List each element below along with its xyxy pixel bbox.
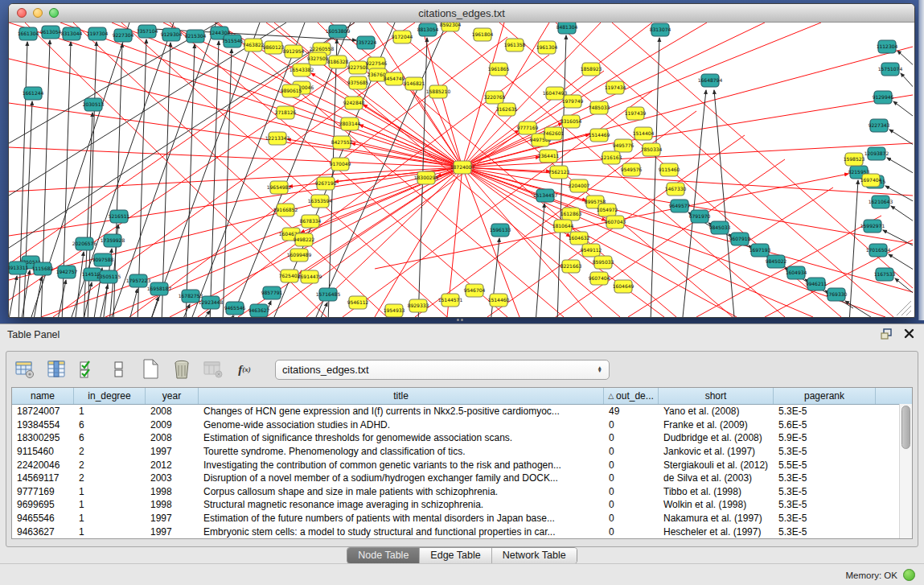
table-row[interactable]: 946554611997Estimation of the future num…: [12, 512, 912, 525]
table-row[interactable]: 977716911998Corpus callosum shape and si…: [12, 485, 912, 499]
new-table-icon[interactable]: [140, 359, 161, 380]
graph-node-label: 8481304: [556, 24, 578, 30]
graph-node-label: 9845022: [766, 258, 787, 264]
graph-node-label: 6791970: [689, 213, 711, 219]
graph-node-label: 1942757: [56, 269, 78, 274]
graph-node-label: 9115460: [659, 167, 680, 172]
graph-node-label: 8427552: [331, 139, 353, 145]
graph-node-label: 3913311: [9, 265, 29, 270]
table-cell: 1: [74, 486, 146, 497]
table-row[interactable]: 969969511998Structural magnetic resonanc…: [12, 498, 912, 512]
table-select-value: citations_edges.txt: [282, 364, 369, 376]
table-row[interactable]: 911546021997Tourette syndrome. Phenomeno…: [12, 445, 912, 459]
graph-node-label: 7357224: [355, 39, 377, 45]
table-row[interactable]: 1456911722003Disruption of a novel membe…: [12, 472, 912, 485]
tab-node-table[interactable]: Node Table: [347, 548, 419, 563]
close-window-button[interactable]: [17, 8, 27, 18]
network-canvas[interactable]: 1661304961305483130441197304922730473571…: [9, 23, 913, 317]
tab-edge-table[interactable]: Edge Table: [419, 548, 491, 563]
column-header-pagerank[interactable]: pagerank: [774, 388, 876, 404]
column-header-in_degree[interactable]: in_degree: [74, 388, 146, 404]
delete-table-icon[interactable]: [171, 359, 192, 380]
graph-node-label: 2030513: [83, 101, 105, 107]
scrollbar-thumb[interactable]: [901, 406, 910, 449]
graph-node-label: 7357104: [137, 28, 158, 34]
graph-node-label: 1961358: [504, 42, 526, 47]
window-titlebar[interactable]: citations_edges.txt: [9, 4, 914, 23]
column-header-label: title: [393, 390, 409, 402]
graph-node-label: 9129946: [873, 94, 894, 100]
graph-node-label: 8313044: [61, 31, 83, 36]
graph-node-label: 9613054: [40, 29, 62, 35]
resize-grip[interactable]: [897, 301, 911, 315]
table-cell: 9463627: [12, 526, 74, 538]
graph-node-label: 2803144: [339, 121, 361, 126]
graph-node-label: 1197439: [625, 110, 647, 116]
delete-column-icon: [203, 359, 224, 380]
zoom-window-button[interactable]: [49, 8, 59, 18]
graph-node-label: 8454749: [384, 76, 405, 81]
table-cell: 0: [604, 499, 659, 510]
table-cell: Tibbo et al. (1998): [659, 486, 774, 497]
graph-node-label: 15134457: [533, 192, 558, 198]
graph-node-label: 9607404: [589, 275, 610, 281]
network-window: citations_edges.txt 16613049613054831304…: [8, 3, 915, 318]
table-cell: Franke et al. (2009): [659, 419, 774, 431]
tab-network-table[interactable]: Network Table: [491, 548, 577, 563]
graph-node-label: 2718126: [275, 109, 297, 115]
table-row[interactable]: 946362711997Embryonic stem cells: a mode…: [12, 525, 912, 538]
graph-node-label: 1514460: [488, 297, 510, 303]
graph-node-label: 9465546: [224, 305, 246, 311]
graph-node-label: 9607919: [729, 236, 751, 241]
table-cell: 5.3E-5: [774, 472, 876, 484]
unselect-all-icon[interactable]: [109, 359, 129, 380]
graph-node-label: 7850334: [641, 146, 663, 152]
memory-status-icon[interactable]: [903, 569, 915, 581]
graph-node-label: 9549576: [621, 167, 643, 172]
column-header-name[interactable]: name: [12, 388, 74, 404]
split-pane-handle[interactable]: [457, 319, 468, 323]
column-header-short[interactable]: short: [659, 388, 774, 404]
graph-node-label: 9546112: [347, 299, 369, 305]
table-cell: 1997: [146, 526, 199, 538]
vertical-scrollbar[interactable]: [899, 404, 912, 538]
graph-node-label: 9097588: [92, 257, 114, 262]
table-settings-icon[interactable]: [14, 359, 35, 380]
table-cell: 0: [604, 432, 659, 443]
select-all-icon[interactable]: [77, 359, 98, 380]
graph-node-label: 1810644: [552, 223, 574, 229]
table-cell: 9699695: [12, 499, 74, 510]
select-column-icon[interactable]: [46, 359, 67, 380]
graph-node-label: 9375685: [347, 80, 369, 85]
column-header-title[interactable]: title: [199, 388, 604, 404]
table-panel-header: Table Panel: [0, 324, 924, 345]
column-header-out_degree[interactable]: △out_de...: [604, 388, 659, 404]
function-builder-icon[interactable]: f(x): [234, 359, 255, 380]
graph-node-label: 1514404: [633, 130, 655, 136]
table-row[interactable]: 1830029562008Estimation of significance …: [12, 431, 912, 445]
graph-node-label: 16543382: [290, 67, 314, 72]
table-cell: 1: [74, 526, 146, 538]
table-row[interactable]: 1938455462009Genome-wide association stu…: [12, 418, 912, 432]
table-cell: 0: [604, 419, 659, 431]
status-bar: Memory: OK: [0, 563, 924, 585]
table-cell: 2: [74, 459, 146, 471]
table-select-dropdown[interactable]: citations_edges.txt ▲▼: [275, 360, 610, 380]
graph-node-label: 16099489: [287, 252, 312, 257]
graph-node-label: 8186328: [327, 59, 349, 64]
network-graph[interactable]: 1661304961305483130441197304922730473571…: [9, 23, 913, 317]
column-header-year[interactable]: year: [146, 388, 199, 404]
graph-node-label: 7463822: [243, 42, 265, 47]
table-row[interactable]: 1872400712008Changes of HCN gene express…: [12, 405, 912, 418]
table-cell: 1: [74, 513, 146, 524]
minimize-window-button[interactable]: [33, 8, 43, 18]
graph-node-label: 9495776: [613, 142, 634, 148]
node-table-container: f(x) citations_edges.txt ▲▼ namein_degre…: [6, 351, 918, 547]
graph-node-label: 3220765: [484, 94, 506, 100]
float-panel-icon[interactable]: [881, 328, 893, 342]
close-panel-icon[interactable]: [904, 328, 914, 341]
table-row[interactable]: 2242004622012Investigating the contribut…: [12, 458, 912, 472]
graph-node-label: 1769330: [826, 291, 848, 297]
table-cell: 2012: [146, 459, 199, 471]
table-cell: Hescheler et al. (1997): [659, 526, 774, 538]
